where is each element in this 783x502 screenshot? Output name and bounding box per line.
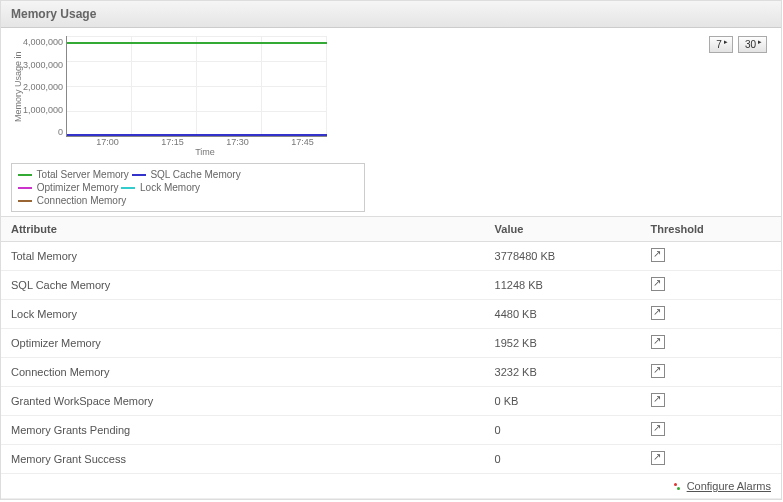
table-row: SQL Cache Memory11248 KB (1, 271, 781, 300)
attr-cell: Granted WorkSpace Memory (1, 387, 485, 416)
value-cell: 11248 KB (485, 271, 641, 300)
legend-label: Total Server Memory (37, 169, 129, 180)
attribute-table: Attribute Value Threshold Total Memory37… (1, 216, 781, 499)
x-tick: 17:45 (291, 137, 314, 147)
time-range-buttons: 7 30 (707, 36, 767, 53)
chart-plot (66, 36, 327, 137)
legend-swatch (121, 187, 135, 189)
threshold-edit-icon[interactable] (651, 422, 665, 436)
series-total-server-memory (67, 42, 327, 44)
traffic-light-icon (674, 483, 682, 491)
y-tick: 2,000,000 (23, 82, 63, 92)
legend-swatch (18, 187, 32, 189)
value-cell: 1952 KB (485, 329, 641, 358)
table-row: Memory Grants Pending0 (1, 416, 781, 445)
y-tick: 3,000,000 (23, 60, 63, 70)
x-tick: 17:15 (161, 137, 184, 147)
chart-y-axis-label: Memory Usage in (11, 37, 23, 137)
x-tick: 17:30 (226, 137, 249, 147)
value-cell: 3778480 KB (485, 242, 641, 271)
col-header-threshold: Threshold (641, 217, 781, 242)
table-row: Lock Memory4480 KB (1, 300, 781, 329)
memory-usage-panel: Memory Usage 7 30 Memory Usage in 4,000,… (0, 0, 782, 500)
attr-cell: Connection Memory (1, 358, 485, 387)
threshold-edit-icon[interactable] (651, 306, 665, 320)
legend-swatch (18, 174, 32, 176)
legend-label: Lock Memory (140, 182, 200, 193)
chart-y-ticks: 4,000,000 3,000,000 2,000,000 1,000,000 … (23, 37, 66, 137)
attr-cell: SQL Cache Memory (1, 271, 485, 300)
chart-area: 7 30 Memory Usage in 4,000,000 3,000,000… (1, 28, 781, 216)
threshold-edit-icon[interactable] (651, 451, 665, 465)
table-row: Granted WorkSpace Memory0 KB (1, 387, 781, 416)
y-tick: 4,000,000 (23, 37, 63, 47)
legend-label: Optimizer Memory (37, 182, 119, 193)
value-cell: 4480 KB (485, 300, 641, 329)
threshold-edit-icon[interactable] (651, 364, 665, 378)
legend-swatch (132, 174, 146, 176)
value-cell: 0 (485, 445, 641, 474)
time-range-30-button[interactable]: 30 (738, 36, 767, 53)
threshold-edit-icon[interactable] (651, 393, 665, 407)
value-cell: 0 (485, 416, 641, 445)
attr-cell: Optimizer Memory (1, 329, 485, 358)
table-row: Total Memory3778480 KB (1, 242, 781, 271)
attr-cell: Memory Grants Pending (1, 416, 485, 445)
attr-cell: Lock Memory (1, 300, 485, 329)
time-range-7-button[interactable]: 7 (709, 36, 733, 53)
table-row: Connection Memory3232 KB (1, 358, 781, 387)
y-tick: 1,000,000 (23, 105, 63, 115)
chart-x-axis-label: Time (75, 147, 335, 157)
chart-x-ticks: 17:00 17:15 17:30 17:45 (75, 137, 335, 147)
chart-legend: Total Server Memory SQL Cache Memory Opt… (11, 163, 365, 212)
value-cell: 0 KB (485, 387, 641, 416)
attr-cell: Memory Grant Success (1, 445, 485, 474)
legend-label: SQL Cache Memory (150, 169, 240, 180)
table-row: Memory Grant Success0 (1, 445, 781, 474)
legend-swatch (18, 200, 32, 202)
attr-cell: Total Memory (1, 242, 485, 271)
configure-alarms-link[interactable]: Configure Alarms (687, 480, 771, 492)
col-header-value: Value (485, 217, 641, 242)
threshold-edit-icon[interactable] (651, 277, 665, 291)
threshold-edit-icon[interactable] (651, 335, 665, 349)
legend-label: Connection Memory (37, 195, 126, 206)
y-tick: 0 (58, 127, 63, 137)
threshold-edit-icon[interactable] (651, 248, 665, 262)
table-row: Optimizer Memory1952 KB (1, 329, 781, 358)
col-header-attribute: Attribute (1, 217, 485, 242)
x-tick: 17:00 (96, 137, 119, 147)
series-near-zero-group (67, 134, 327, 136)
panel-title: Memory Usage (1, 1, 781, 28)
value-cell: 3232 KB (485, 358, 641, 387)
